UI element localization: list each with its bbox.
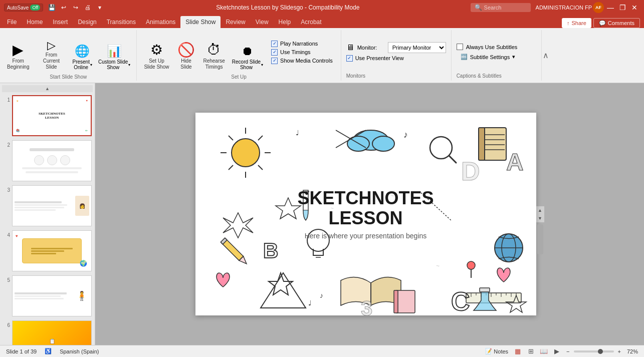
tab-slide-show[interactable]: Slide Show (180, 16, 221, 28)
slide-thumb-5[interactable]: 5 🧍 (2, 274, 93, 317)
show-media-controls-checkbox[interactable]: Show Media Controls (271, 58, 333, 64)
always-use-subtitles-box[interactable] (457, 44, 463, 50)
tab-home[interactable]: Home (22, 16, 48, 28)
record-slide-show-button[interactable]: ⏺ Record SlideShow ▾ (230, 32, 265, 72)
ribbon-collapse-button[interactable]: ∧ (542, 30, 550, 81)
ribbon-group-captions: Always Use Subtitles 🔤 Subtitle Settings… (452, 30, 542, 81)
slideshow-view-button[interactable]: ▶ (551, 347, 562, 356)
zoom-out-button[interactable]: − (564, 347, 571, 355)
comments-button[interactable]: 💬 Comments (593, 18, 640, 28)
show-media-label: Show Media Controls (280, 58, 333, 64)
status-bar: Slide 1 of 39 ♿ Spanish (Spain) 📝 Notes … (0, 345, 644, 357)
share-button[interactable]: ↑ Share (562, 18, 591, 28)
language-label: Spanish (Spain) (60, 348, 99, 354)
zoom-in-button[interactable]: + (616, 347, 623, 355)
hide-slide-icon: 🚫 (177, 43, 195, 57)
scroll-down-arrow[interactable]: ▼ (536, 214, 544, 222)
set-up-slide-show-button[interactable]: ⚙ Set UpSlide Show (141, 32, 172, 72)
close-button[interactable]: ✕ (629, 2, 640, 13)
svg-line-6 (258, 165, 263, 170)
accessibility-button[interactable]: ♿ (43, 347, 54, 355)
tab-view[interactable]: View (251, 16, 274, 28)
more-button[interactable]: ▾ (94, 2, 105, 13)
ribbon: ▶ FromBeginning ▷ FromCurrent Slide 🌐 Pr… (0, 28, 644, 83)
monitor-select[interactable]: Primary Monitor (388, 42, 446, 53)
main-slide: ♪ ♩ A (195, 113, 536, 315)
play-narrations-checkbox[interactable]: Play Narrations (271, 41, 333, 47)
monitors-label: Monitors (346, 73, 446, 79)
tab-transitions[interactable]: Transitions (102, 16, 141, 28)
slide-thumb-6[interactable]: 6 📋 (2, 319, 93, 345)
subtitle-settings-arrow: ▾ (512, 54, 515, 60)
search-icon: 🔍 (475, 4, 482, 11)
svg-rect-39 (480, 288, 490, 292)
save-button[interactable]: 💾 (46, 2, 57, 13)
zoom-level-button[interactable]: 72% (625, 347, 640, 355)
search-box[interactable]: 🔍 (471, 3, 531, 12)
slide-main-title: SKETCHNOTESLESSON (297, 188, 434, 228)
slide-thumb-4[interactable]: 4 🌍 ♥ (2, 229, 93, 272)
normal-view-button[interactable]: ▦ (512, 347, 523, 356)
rehearse-timings-button[interactable]: ⏱ RehearseTimings (200, 32, 228, 72)
hide-slide-button[interactable]: 🚫 HideSlide (174, 32, 198, 72)
slide-thumb-2[interactable]: 2 (2, 139, 93, 182)
tab-help[interactable]: Help (274, 16, 296, 28)
slide-info-button[interactable]: Slide 1 of 39 (4, 347, 39, 355)
autosave-badge[interactable]: AutoSave Off (4, 4, 43, 12)
rehearse-icon: ⏱ (207, 43, 221, 57)
play-narrations-label: Play Narrations (280, 41, 318, 47)
tab-animations[interactable]: Animations (141, 16, 180, 28)
tab-acrobat[interactable]: Acrobat (296, 16, 326, 28)
tab-design[interactable]: Design (73, 16, 101, 28)
autosave-label: AutoSave (7, 5, 29, 11)
admin-label: ADMINISTRACION FP (536, 5, 592, 11)
use-timings-label: Use Timings (280, 49, 311, 55)
from-current-slide-button[interactable]: ▷ FromCurrent Slide (34, 32, 68, 72)
avatar[interactable]: AF (593, 2, 604, 13)
slide-preview-4: 🌍 ♥ (12, 230, 92, 271)
notes-button[interactable]: 📝 Notes (483, 347, 510, 355)
accessibility-icon: ♿ (45, 348, 52, 354)
slide-thumb-3[interactable]: 3 👩 (2, 184, 93, 227)
title-bar: AutoSave Off 💾 ↩ ↪ 🖨 ▾ Sketchnotes Lesso… (0, 0, 644, 15)
svg-text:3: 3 (361, 296, 372, 315)
undo-button[interactable]: ↩ (58, 2, 69, 13)
zoom-slider[interactable] (574, 350, 614, 352)
play-narrations-box (271, 41, 278, 47)
svg-text:D: D (461, 157, 480, 186)
slide-panel-scroll-up[interactable]: ▲ (2, 85, 93, 92)
print-button[interactable]: 🖨 (82, 2, 93, 13)
zoom-bar: − + 72% (564, 347, 640, 355)
slide-sorter-button[interactable]: ⊞ (525, 347, 536, 356)
svg-text:B: B (263, 239, 278, 262)
presenter-view-checkbox[interactable]: Use Presenter View (346, 55, 446, 62)
reading-view-button[interactable]: 📖 (538, 347, 549, 356)
scroll-up-arrow[interactable]: ▲ (536, 206, 544, 214)
slide-preview-5: 🧍 (12, 275, 92, 316)
from-beginning-icon: ▶ (13, 43, 24, 57)
search-input[interactable] (484, 5, 524, 11)
use-timings-checkbox[interactable]: Use Timings (271, 49, 333, 56)
svg-rect-59 (394, 290, 398, 313)
svg-line-7 (258, 136, 263, 140)
quick-access: 💾 ↩ ↪ 🖨 ▾ (46, 2, 105, 13)
ribbon-right: ↑ Share 💬 Comments (562, 18, 644, 28)
subtitle-settings-button[interactable]: 🔤 Subtitle Settings ▾ (457, 52, 536, 62)
from-beginning-button[interactable]: ▶ FromBeginning (4, 32, 32, 72)
tab-file[interactable]: File (2, 16, 22, 28)
slide-thumb-1[interactable]: 1 SKETCHNOTESLESSON ☀ ♥ 📚 ✏ (2, 94, 93, 137)
ribbon-group-start-slideshow: ▶ FromBeginning ▷ FromCurrent Slide 🌐 Pr… (0, 30, 137, 81)
custom-slide-show-button[interactable]: 📊 Custom SlideShow ▾ (96, 32, 132, 72)
present-online-button[interactable]: 🌐 PresentOnline ▾ (70, 32, 94, 72)
status-left: Slide 1 of 39 ♿ Spanish (Spain) (4, 347, 479, 355)
tab-insert[interactable]: Insert (48, 16, 73, 28)
zoom-label: 72% (627, 348, 638, 354)
restore-button[interactable]: ❐ (617, 2, 628, 13)
tab-review[interactable]: Review (221, 16, 250, 28)
slide-panel: ▲ 1 SKETCHNOTESLESSON ☀ ♥ 📚 ✏ (0, 83, 95, 345)
svg-marker-44 (223, 213, 253, 238)
redo-button[interactable]: ↪ (70, 2, 81, 13)
language-button[interactable]: Spanish (Spain) (58, 347, 101, 355)
svg-text:C: C (451, 287, 470, 315)
minimize-button[interactable]: — (605, 2, 616, 13)
